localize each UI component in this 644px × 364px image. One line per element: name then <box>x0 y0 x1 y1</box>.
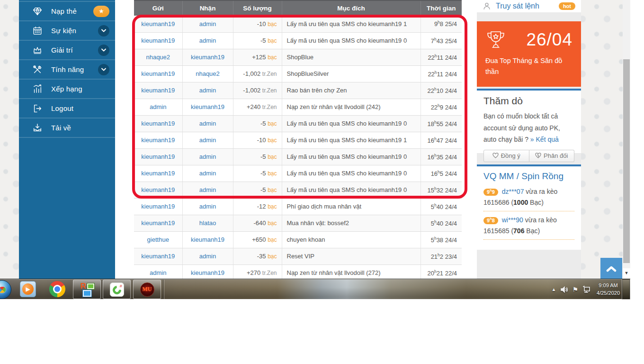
taskbar-clock[interactable]: 9:09 AM 4/25/2020 <box>595 282 622 297</box>
receiver-link[interactable]: admin <box>199 136 216 144</box>
sidebar-item-tai-ve[interactable]: Tải về <box>19 118 115 137</box>
event-banner[interactable]: 26/04 Đua Top Tháng & Săn đồ thần <box>477 21 581 87</box>
show-desktop-button[interactable] <box>622 279 630 300</box>
scrollbar-down-arrow[interactable]: ▼ <box>623 268 630 279</box>
receiver-link[interactable]: admin <box>199 253 216 260</box>
time-value: 22h11 24/4 <box>428 54 457 61</box>
table-header-row: Gửi Nhận Số lượng Mục đích Thời gian <box>134 0 462 16</box>
spin-title-link[interactable]: VQ MM / Spin Rồng <box>483 171 574 182</box>
network-icon[interactable] <box>582 286 590 293</box>
spin-entry: 9h9 dz***07 vừa ra kèo 1615686 (1000 Bạc… <box>483 186 574 211</box>
receiver-link[interactable]: admin <box>199 203 216 210</box>
receiver-link[interactable]: kieumanh19 <box>191 269 224 276</box>
receiver-link[interactable]: kieumanh19 <box>191 103 224 110</box>
sidebar-item-nap-the[interactable]: Nạp thẻ★ <box>19 1 115 20</box>
coccoc-icon: // <box>110 282 124 297</box>
sender-link[interactable]: kieumanh19 <box>141 153 175 160</box>
cell-receiver: kieumanh19 <box>182 231 233 248</box>
receiver-link[interactable]: hlatao <box>199 219 216 227</box>
sender-link[interactable]: admin <box>150 269 166 276</box>
media-player-taskbar-icon[interactable]: ▶ <box>20 281 36 297</box>
poll-agree-button[interactable]: Đồng ý <box>483 150 529 162</box>
start-button[interactable] <box>0 280 11 299</box>
logout-icon <box>32 103 43 114</box>
hidden-icons-arrow[interactable]: ▲ <box>552 287 556 292</box>
cell-amount: -640 bạc <box>233 215 282 231</box>
transaction-table-body: kieumanh19admin-10 bạcLấy mã ưu tiên qua… <box>134 16 462 279</box>
cell-receiver: admin <box>182 132 233 148</box>
sender-link[interactable]: kieumanh19 <box>141 170 175 177</box>
transaction-table-wrap: Gửi Nhận Số lượng Mục đích Thời gian kie… <box>134 0 462 279</box>
play-icon: ▶ <box>22 283 34 295</box>
receiver-link[interactable]: admin <box>199 120 216 127</box>
spin-user-link[interactable]: wi***90 <box>500 216 525 224</box>
table-row: adminkieumanh19+270 tr.ZenNạp zen từ nhâ… <box>134 264 462 279</box>
chrome-taskbar-icon[interactable] <box>49 281 65 297</box>
sender-link[interactable]: admin <box>150 103 166 110</box>
sidebar-item-su-kien[interactable]: Sự kiện <box>19 20 115 40</box>
sender-link[interactable]: kieumanh19 <box>141 70 175 77</box>
sender-link[interactable]: kieumanh19 <box>141 20 175 27</box>
receiver-link[interactable]: kieumanh19 <box>191 54 224 61</box>
time-value: 22h10 24/4 <box>427 87 457 94</box>
receiver-link[interactable]: admin <box>199 87 216 94</box>
sender-link[interactable]: kieumanh19 <box>141 186 175 193</box>
remote-desktop-taskbar-button[interactable]: R <box>73 280 101 299</box>
cell-receiver: nhaque2 <box>182 65 233 82</box>
sender-link[interactable]: gietthue <box>147 236 169 243</box>
cell-receiver: admin <box>182 82 233 99</box>
sender-link[interactable]: kieumanh19 <box>141 203 175 210</box>
cell-sender: kieumanh19 <box>134 115 182 132</box>
volume-icon[interactable] <box>561 286 568 293</box>
sidebar-item-giai-tri[interactable]: Giải trí <box>19 40 115 59</box>
tracker-link[interactable]: Truy sát lệnh <box>496 2 539 10</box>
table-row: kieumanh19admin-5 bạcLấy mã ưu tiên qua … <box>134 115 462 132</box>
cell-time: 16h35 24/4 <box>420 148 462 165</box>
spin-amount: 1000 <box>513 199 528 206</box>
cell-amount: +650 bạc <box>233 231 282 248</box>
sidebar-item-logout[interactable]: Logout <box>19 98 115 118</box>
sender-link[interactable]: kieumanh19 <box>141 87 175 94</box>
sender-link[interactable]: kieumanh19 <box>141 253 175 260</box>
amount-currency: bạc <box>268 120 277 127</box>
poll-result-link[interactable]: » Kết quả <box>530 136 559 143</box>
receiver-link[interactable]: admin <box>199 186 216 193</box>
cell-sender: kieumanh19 <box>134 248 182 264</box>
cell-sender: kieumanh19 <box>134 148 182 165</box>
receiver-link[interactable]: admin <box>199 37 216 44</box>
scroll-to-top-button[interactable] <box>600 258 622 279</box>
chevron-down-icon[interactable] <box>98 64 109 75</box>
coccoc-taskbar-button[interactable]: // <box>103 280 131 299</box>
scrollbar-thumb[interactable] <box>623 59 630 263</box>
sender-link[interactable]: kieumanh19 <box>141 219 175 227</box>
cell-receiver: admin <box>182 165 233 182</box>
cell-purpose: Lấy mã ưu tiên qua SMS cho kieumanh19 0 <box>282 148 420 165</box>
sender-link[interactable]: nhaque2 <box>146 54 170 61</box>
cell-purpose: Rao bán trên chợ Zen <box>282 82 420 99</box>
sidebar-item-xep-hang[interactable]: Xếp hạng <box>19 79 115 98</box>
action-center-flag-icon[interactable]: ⚑ <box>572 286 579 293</box>
cell-amount: -5 bạc <box>233 165 282 182</box>
receiver-link[interactable]: admin <box>199 153 216 160</box>
header-sender: Gửi <box>134 0 182 16</box>
table-row: kieumanh19admin-5 bạcLấy mã ưu tiên qua … <box>134 32 462 49</box>
receiver-link[interactable]: admin <box>199 20 216 27</box>
table-row: kieumanh19admin-5 bạcLấy mã ưu tiên qua … <box>134 165 462 182</box>
cell-time: 22h11 24/4 <box>420 65 462 82</box>
sender-link[interactable]: kieumanh19 <box>141 136 175 144</box>
poll-disagree-button[interactable]: Phản đối <box>529 150 575 162</box>
mu-game-taskbar-button[interactable]: MU <box>133 280 161 299</box>
spin-entries: 9h9 dz***07 vừa ra kèo 1615686 (1000 Bạc… <box>483 186 574 240</box>
spin-user-link[interactable]: dz***07 <box>500 188 526 195</box>
chevron-down-icon[interactable] <box>98 45 109 56</box>
receiver-link[interactable]: kieumanh19 <box>191 236 224 243</box>
table-row: kieumanh19admin-35 bạcReset VIP21h2 23/4 <box>134 248 462 264</box>
chevron-down-icon[interactable] <box>98 25 109 36</box>
tracker-card: Truy sát lệnh hot <box>477 0 581 12</box>
receiver-link[interactable]: admin <box>199 170 216 177</box>
sender-link[interactable]: kieumanh19 <box>141 37 175 44</box>
sender-link[interactable]: kieumanh19 <box>141 120 175 127</box>
sidebar-item-tinh-nang[interactable]: Tính năng <box>19 59 115 79</box>
receiver-link[interactable]: nhaque2 <box>196 70 220 77</box>
cell-amount: -1,002 tr.Zen <box>233 65 282 82</box>
